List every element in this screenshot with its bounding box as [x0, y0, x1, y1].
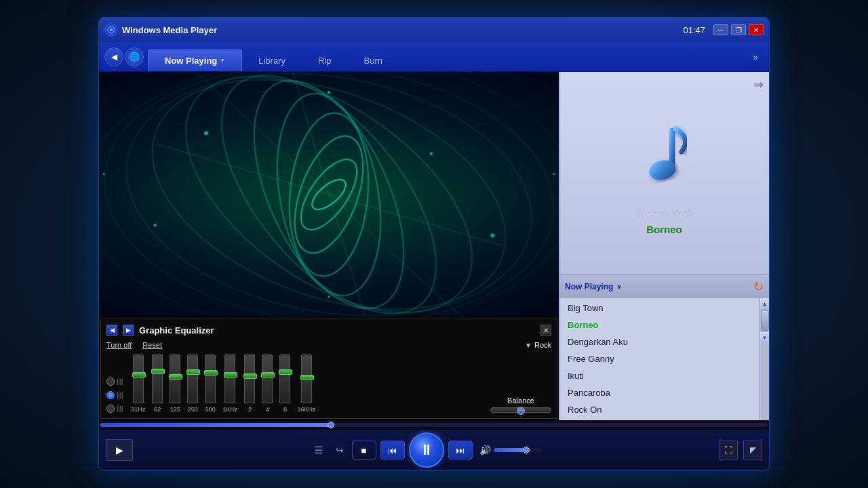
play-pause-button[interactable]: ⏸ [409, 432, 444, 468]
progress-thumb[interactable] [328, 422, 334, 428]
tab-library[interactable]: Library [242, 49, 302, 71]
eq-track-500hz[interactable] [205, 354, 216, 403]
playlist-item-rock-on[interactable]: Rock On [559, 401, 769, 418]
star-3[interactable]: ☆ [659, 206, 670, 221]
eq-turnoff-link[interactable]: Turn off [106, 341, 132, 349]
eq-thumb-31hz[interactable] [132, 372, 146, 378]
eq-preset-selector[interactable]: ▼ Rock [525, 341, 551, 349]
eq-track-250hz[interactable] [187, 354, 198, 403]
svg-point-19 [204, 131, 208, 135]
prev-icon: ⏮ [388, 445, 397, 455]
eq-track-31hz[interactable] [133, 354, 144, 403]
window-title: Windows Media Player [122, 25, 683, 35]
wmp-icon [104, 23, 118, 37]
scrollbar-down-button[interactable]: ▼ [760, 332, 769, 343]
stop-button[interactable]: ■ [352, 441, 376, 460]
equalizer-panel: ◀ ▶ Graphic Equalizer ✕ Turn off Reset ▼… [100, 319, 557, 419]
playlist-item-free-ganny[interactable]: Free Ganny [559, 350, 769, 367]
tab-burn[interactable]: Burn [347, 49, 398, 71]
pause-icon: ⏸ [419, 441, 434, 459]
svg-point-21 [153, 224, 157, 227]
eq-thumb-4khz[interactable] [261, 372, 275, 378]
tab-now-playing[interactable]: Now Playing [148, 49, 242, 71]
eq-preset-btn-3[interactable]: |||| [106, 405, 123, 413]
playlist-item-big-town[interactable]: Big Town [559, 300, 769, 317]
eq-thumb-500hz[interactable] [204, 370, 218, 375]
eq-thumb-62hz[interactable] [151, 369, 165, 374]
volume-track[interactable] [494, 448, 541, 452]
eq-track-125hz[interactable] [170, 354, 180, 403]
close-button[interactable]: ✕ [749, 24, 764, 35]
star-rating: ☆ ☆ ☆ ☆ ☆ [635, 206, 694, 221]
back-button[interactable]: ◀ [104, 47, 123, 66]
eq-slider-16khz: 16KHz [297, 354, 315, 413]
eq-track-62hz[interactable] [152, 354, 163, 403]
volume-thumb[interactable] [523, 447, 530, 453]
eq-next-button[interactable]: ▶ [123, 325, 134, 336]
eq-radio-1[interactable] [106, 378, 115, 386]
star-4[interactable]: ☆ [671, 206, 682, 221]
globe-icon: 🌐 [129, 52, 140, 62]
eq-preset-btn-1[interactable]: |||| [106, 378, 123, 386]
eq-close-button[interactable]: ✕ [540, 325, 551, 336]
playlist-item-ikuti[interactable]: Ikuti [559, 367, 769, 384]
restore-button[interactable]: ❐ [731, 24, 746, 35]
playlist-refresh-icon[interactable]: ↻ [753, 279, 764, 294]
svg-point-26 [328, 296, 330, 298]
eq-thumb-16khz[interactable] [300, 375, 314, 380]
playlist-dropdown-icon[interactable]: ▼ [616, 283, 623, 291]
eq-controls-row: Turn off Reset ▼ Rock [106, 341, 551, 349]
progress-track[interactable] [100, 423, 768, 427]
eq-thumb-125hz[interactable] [169, 374, 182, 380]
eq-preset-btn-2[interactable]: |||| [106, 391, 123, 399]
svg-point-23 [103, 173, 105, 175]
shuffle-button[interactable]: ☰ [311, 442, 328, 458]
next-button[interactable]: ⏭ [448, 441, 473, 460]
scrollbar-thumb[interactable] [761, 310, 769, 331]
eq-preset-icon-1: |||| [117, 378, 123, 385]
eq-track-8khz[interactable] [279, 354, 290, 403]
star-2[interactable]: ☆ [647, 206, 658, 221]
eq-track-16khz[interactable] [301, 354, 312, 403]
eq-radio-2[interactable] [106, 391, 115, 399]
eq-prev-button[interactable]: ◀ [106, 325, 117, 336]
eq-thumb-2khz[interactable] [243, 373, 257, 379]
eq-thumb-8khz[interactable] [279, 369, 292, 375]
eq-track-4khz[interactable] [262, 354, 273, 403]
forward-icon[interactable]: ⇒ [753, 77, 764, 92]
eq-slider-31hz: 31Hz [131, 354, 145, 413]
star-5[interactable]: ☆ [684, 206, 694, 221]
playlist-item-dengarkan-aku[interactable]: Dengarkan Aku [559, 333, 769, 350]
eq-track-1khz[interactable] [224, 354, 235, 403]
repeat-button[interactable]: ↪ [332, 442, 348, 458]
prev-button[interactable]: ⏮ [380, 441, 405, 460]
mini-play-icon: ▶ [116, 445, 123, 455]
eq-thumb-1khz[interactable] [224, 372, 237, 378]
svg-point-24 [553, 173, 555, 175]
eq-reset-link[interactable]: Reset [142, 341, 162, 349]
balance-track[interactable] [490, 407, 551, 413]
mini-play-button[interactable]: ▶ [106, 439, 133, 461]
eq-thumb-250hz[interactable] [186, 369, 200, 375]
playlist-area: Big Town Borneo Dengarkan Aku Free Ganny… [559, 298, 769, 420]
mini-mode-button[interactable]: ◤ [743, 441, 762, 460]
shuffle-icon: ☰ [315, 445, 323, 455]
stop-icon: ■ [361, 445, 367, 455]
minimize-button[interactable]: — [713, 24, 728, 35]
eq-radio-3[interactable] [106, 405, 115, 413]
scrollbar-up-button[interactable]: ▲ [760, 298, 769, 309]
playlist-item-borneo[interactable]: Borneo [559, 317, 769, 333]
star-1[interactable]: ☆ [635, 206, 646, 221]
balance-thumb[interactable] [517, 407, 525, 415]
tab-rip[interactable]: Rip [302, 49, 348, 71]
mini-mode-icon: ◤ [750, 445, 756, 455]
playlist-scrollbar: ▲ ▼ [760, 298, 769, 420]
controls-bar: ▶ ☰ ↪ ■ ⏮ ⏸ ⏭ 🔊 [99, 430, 769, 470]
volume-icon: 🔊 [479, 445, 491, 455]
globe-button[interactable]: 🌐 [125, 47, 144, 66]
more-tabs-button[interactable]: » [747, 52, 764, 62]
fullscreen-button[interactable]: ⛶ [719, 441, 738, 460]
playlist-header-label: Now Playing ▼ [565, 282, 753, 291]
playlist-item-pancaroba[interactable]: Pancaroba [559, 384, 769, 401]
eq-track-2khz[interactable] [244, 354, 255, 403]
